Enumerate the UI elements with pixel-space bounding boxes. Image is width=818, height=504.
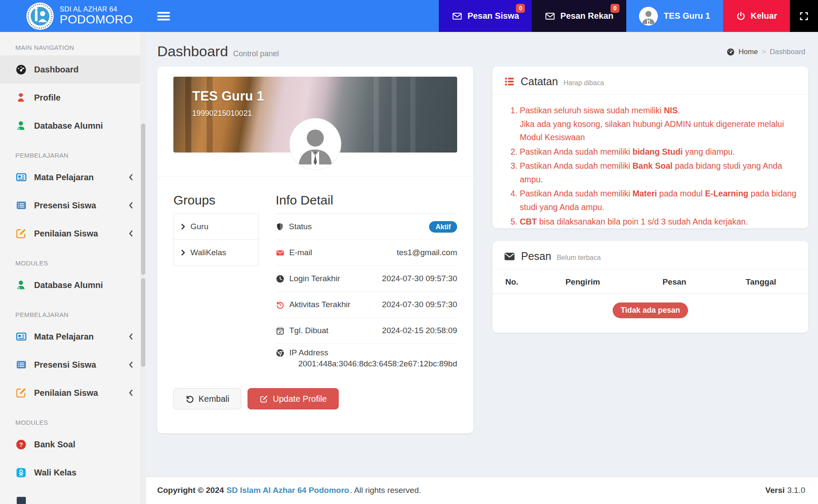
sidebar-item-label: Penilaian Siswa: [34, 388, 98, 398]
sidebar-item-mata-pelajaran[interactable]: Mata Pelajaran: [0, 163, 146, 191]
list-icon: [15, 199, 34, 211]
info-row-ip: IP Address 2001:448a:3046:8dc3:6458:2e67…: [276, 344, 457, 374]
fullscreen-button[interactable]: [790, 0, 818, 32]
sidebar-item-label: Dashboard: [34, 65, 78, 75]
sidebar-section-modules: MODULES: [0, 248, 146, 271]
messages-table: No. Pengirim Pesan Tanggal Tidak ada pes…: [493, 269, 808, 333]
back-button[interactable]: Kembali: [173, 388, 241, 409]
chevron-left-icon: [128, 230, 133, 237]
col-tanggal: Tanggal: [714, 269, 808, 294]
created-value: 2024-02-15 20:58:09: [382, 326, 457, 335]
chevron-right-icon: [181, 249, 185, 256]
sidebar-item-penilaian-siswa[interactable]: Penilaian Siswa: [0, 219, 146, 248]
notes-card-header: Catatan Harap dibaca: [493, 66, 808, 95]
sidebar-item-mata-pelajaran-2[interactable]: Mata Pelajaran: [0, 323, 146, 351]
sidebar-item-dashboard[interactable]: Dashboard: [0, 55, 146, 84]
sidebar-item-label: Database Alumni: [34, 280, 103, 290]
sidebar-item-penilaian-siswa-2[interactable]: Penilaian Siswa: [0, 379, 146, 407]
notes-subtitle: Harap dibaca: [564, 79, 604, 87]
company-link[interactable]: SD Islam Al Azhar 64 Podomoro: [227, 486, 349, 495]
sidebar-item-label: Presensi Siswa: [34, 360, 96, 370]
email-value: tes1@gmail.com: [397, 248, 457, 257]
edit-icon: [15, 228, 34, 239]
sidebar-toggle-button[interactable]: [157, 10, 170, 22]
messages-title: Pesan: [521, 250, 551, 262]
sidebar-item-label: Penilaian Siswa: [34, 229, 98, 239]
logout-button[interactable]: Keluar: [723, 0, 790, 32]
page-title: Dashboard: [157, 43, 228, 60]
chevron-left-icon: [128, 361, 133, 369]
sidebar-item-presensi-siswa[interactable]: Presensi Siswa: [0, 191, 146, 219]
sidebar-item-label: Database Alumni: [34, 121, 103, 131]
update-profile-button[interactable]: Update Profile: [248, 388, 339, 409]
brand-line1: SDI AL AZHAR 64: [60, 6, 133, 13]
chevron-left-icon: [128, 173, 133, 181]
info-row-created: Tgl. Dibuat 2024-02-15 20:58:09: [276, 318, 457, 344]
page-subtitle: Control panel: [233, 49, 279, 58]
breadcrumb-current: Dashboard: [770, 48, 805, 56]
list-blocks-icon: [504, 76, 515, 87]
chevron-left-icon: [128, 202, 133, 209]
tachometer-icon: [726, 48, 735, 56]
profile-card: TES Guru 1 19990215010021 Groups Guru: [157, 66, 473, 433]
groups-section: Groups Guru WaliKelas: [173, 193, 259, 374]
user-menu-button[interactable]: TES Guru 1: [626, 0, 723, 32]
sidebar-item-presensi-siswa-2[interactable]: Presensi Siswa: [0, 351, 146, 379]
status-badge: Aktif: [429, 221, 457, 233]
sidebar-item-database-alumni-2[interactable]: Database Alumni: [0, 271, 146, 299]
sidebar-item-bank-soal[interactable]: ? Bank Soal: [0, 430, 146, 458]
newspaper-icon: [15, 171, 34, 183]
profile-avatar: [290, 118, 341, 170]
odnoklassniki-icon: [15, 467, 34, 478]
info-detail-title: Info Detail: [276, 193, 457, 214]
scrollbar-thumb[interactable]: [141, 278, 145, 367]
no-messages-badge: Tidak ada pesan: [613, 302, 688, 318]
sidebar-section-modules-2: MODULES: [0, 407, 146, 430]
sidebar-section-pembelajaran: PEMBELAJARAN: [0, 140, 146, 163]
user-avatar: [639, 7, 658, 26]
sidebar-section-main-navigation: MAIN NAVIGATION: [0, 32, 146, 55]
group-label: Guru: [190, 222, 208, 231]
sidebar-item-label: Mata Pelajaran: [34, 173, 94, 182]
notes-title: Catatan: [521, 75, 558, 88]
newspaper-icon: [15, 331, 34, 343]
sidebar-item-label: Profile: [34, 93, 60, 103]
sidebar-item-wali-kelas[interactable]: Wali Kelas: [0, 458, 146, 487]
edit-icon: [15, 387, 34, 399]
undo-icon: [185, 395, 194, 403]
col-no: No.: [493, 269, 530, 294]
version-value: 3.1.0: [787, 486, 805, 495]
chrome-globe-icon: [276, 348, 285, 357]
sidebar-item-database-alumni[interactable]: Database Alumni: [0, 112, 146, 140]
breadcrumb-home-link[interactable]: Home: [739, 48, 758, 56]
pesan-rekan-button[interactable]: Pesan Rekan 0: [532, 0, 626, 32]
messages-card: Pesan Belum terbaca No. Pengirim Pesan T…: [493, 241, 808, 333]
envelope-icon: [544, 11, 556, 22]
sidebar-scrollbar[interactable]: [140, 32, 146, 504]
scrollbar-thumb[interactable]: [141, 124, 145, 275]
group-item-guru[interactable]: Guru: [173, 214, 259, 240]
ip-label: IP Address: [289, 348, 328, 357]
pesan-siswa-label: Pesan Siswa: [467, 11, 519, 21]
col-pengirim: Pengirim: [530, 269, 635, 294]
envelope-icon: [276, 248, 285, 257]
sidebar-item-label: Presensi Siswa: [34, 201, 96, 210]
pesan-siswa-badge: 0: [516, 4, 525, 13]
col-pesan: Pesan: [635, 269, 714, 294]
email-label: E-mail: [289, 248, 312, 257]
right-column: Catatan Harap dibaca Pastikan seluruh si…: [493, 66, 808, 333]
last-login-value: 2024-07-30 09:57:30: [382, 274, 457, 283]
user-graduate-icon: [15, 120, 34, 131]
group-item-walikelas[interactable]: WaliKelas: [173, 240, 259, 266]
footer: Copyright © 2024 SD Islam Al Azhar 64 Po…: [146, 476, 818, 504]
groups-title: Groups: [173, 193, 259, 214]
sidebar-item-profile[interactable]: Profile: [0, 84, 146, 112]
sidebar-item-partial[interactable]: [0, 487, 146, 504]
pesan-siswa-button[interactable]: Pesan Siswa 0: [439, 0, 532, 32]
messages-subtitle: Belum terbaca: [557, 254, 601, 262]
copyright-suffix: . All rights reserved.: [350, 486, 421, 495]
pesan-rekan-badge: 0: [611, 4, 619, 13]
info-row-last-login: Login Terakhir 2024-07-30 09:57:30: [276, 266, 457, 292]
chevron-left-icon: [128, 389, 133, 397]
brand-logo-area[interactable]: SDI AL AZHAR 64 PODOMORO: [0, 0, 146, 32]
